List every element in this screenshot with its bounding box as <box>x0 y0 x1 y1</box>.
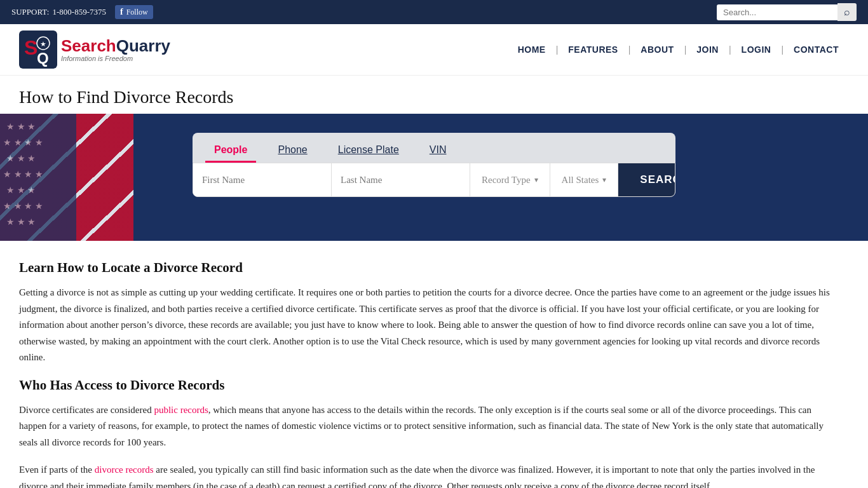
svg-text:★ ★ ★ ★: ★ ★ ★ ★ <box>3 170 43 179</box>
all-states-dropdown[interactable]: All States <box>550 163 619 196</box>
svg-text:★ ★ ★: ★ ★ ★ <box>6 122 36 132</box>
logo-text: SearchQuarry Information is Freedom <box>61 37 170 63</box>
section1-body: Getting a divorce is not as simple as cu… <box>19 285 832 366</box>
page-title-area: How to Find Divorce Records <box>0 76 868 114</box>
record-type-dropdown[interactable]: Record Type <box>470 163 550 196</box>
tab-people[interactable]: People <box>205 139 256 163</box>
svg-text:★ ★ ★: ★ ★ ★ <box>6 217 36 227</box>
nav-features[interactable]: FEATURES <box>558 44 628 55</box>
content-area: Learn How to Locate a Divorce Record Get… <box>0 241 851 488</box>
fb-follow-button[interactable]: f Follow <box>115 5 153 19</box>
nav-about[interactable]: ABOUT <box>630 44 684 55</box>
main-header: S Q ★ SearchQuarry Information is Freedo… <box>0 24 868 76</box>
first-name-input[interactable] <box>193 163 332 196</box>
divorce-records-link[interactable]: divorce records <box>95 464 154 475</box>
last-name-input[interactable] <box>332 163 470 196</box>
search-button-topbar[interactable]: ⌕ <box>837 3 857 21</box>
section2-paragraph2: Even if parts of the divorce records are… <box>19 462 832 488</box>
section2-title: Who Has Access to Divorce Records <box>19 377 832 393</box>
svg-text:★ ★ ★ ★: ★ ★ ★ ★ <box>3 138 43 147</box>
topbar-left: SUPPORT: 1-800-859-7375 f Follow <box>11 5 153 19</box>
nav-contact[interactable]: CONTACT <box>783 44 849 55</box>
facebook-icon: f <box>120 7 123 17</box>
search-tabs: People Phone License Plate VIN <box>193 133 675 163</box>
main-nav: HOME | FEATURES | ABOUT | JOIN | LOGIN |… <box>508 44 849 55</box>
nav-join[interactable]: JOIN <box>686 44 729 55</box>
phone-number[interactable]: 1-800-859-7375 <box>53 7 107 17</box>
search-bar: Record Type All States SEARCH <box>193 163 675 197</box>
search-container: People Phone License Plate VIN Record Ty… <box>193 133 675 197</box>
svg-text:★ ★ ★: ★ ★ ★ <box>6 154 36 163</box>
section2-paragraph1: Divorce certificates are considered publ… <box>19 402 832 451</box>
section1-title: Learn How to Locate a Divorce Record <box>19 260 832 276</box>
tab-license-plate[interactable]: License Plate <box>329 139 408 163</box>
nav-home[interactable]: HOME <box>508 44 556 55</box>
svg-text:★ ★ ★: ★ ★ ★ <box>6 186 36 195</box>
tab-vin[interactable]: VIN <box>421 139 456 163</box>
nav-login[interactable]: LOGIN <box>731 44 782 55</box>
support-label: SUPPORT: 1-800-859-7375 <box>11 7 106 17</box>
topbar: SUPPORT: 1-800-859-7375 f Follow ⌕ <box>0 0 868 24</box>
svg-text:★: ★ <box>40 40 46 48</box>
tab-phone[interactable]: Phone <box>269 139 316 163</box>
logo-tagline: Information is Freedom <box>61 55 170 62</box>
search-button-main[interactable]: SEARCH <box>618 163 675 196</box>
follow-label: Follow <box>126 8 148 17</box>
svg-text:Q: Q <box>37 50 49 67</box>
public-records-link[interactable]: public records <box>154 405 208 415</box>
logo[interactable]: S Q ★ SearchQuarry Information is Freedo… <box>19 30 170 69</box>
page-title: How to Find Divorce Records <box>19 87 849 107</box>
logo-title: SearchQuarry <box>61 37 170 55</box>
hero-banner: ★ ★ ★ ★ ★ ★ ★ ★ ★ ★ ★ ★ ★ ★ ★ ★ ★ ★ ★ ★ … <box>0 114 868 241</box>
topbar-search: ⌕ <box>717 3 857 21</box>
hero-stars-bg: ★ ★ ★ ★ ★ ★ ★ ★ ★ ★ ★ ★ ★ ★ ★ ★ ★ ★ ★ ★ … <box>0 114 76 241</box>
svg-text:S: S <box>24 36 37 59</box>
logo-image: S Q ★ <box>19 30 57 69</box>
search-input[interactable] <box>717 4 837 20</box>
svg-text:★ ★ ★ ★: ★ ★ ★ ★ <box>3 201 43 211</box>
